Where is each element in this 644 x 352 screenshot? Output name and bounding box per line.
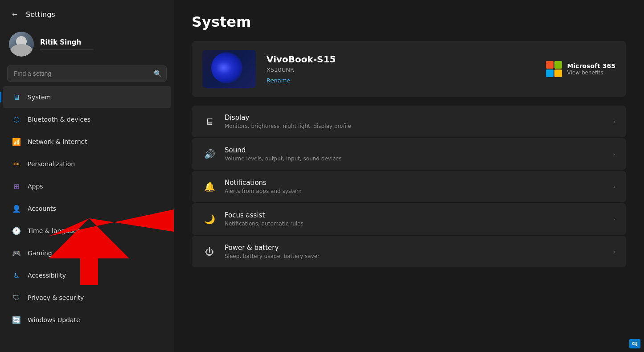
search-icon: 🔍 — [154, 70, 161, 77]
device-name: VivoBook-S15 — [267, 54, 546, 65]
sidebar-item-label-system: System — [28, 94, 51, 101]
time-icon: 🕐 — [12, 226, 21, 236]
sidebar-item-label-privacy: Privacy & security — [28, 294, 84, 301]
settings-title: Settings — [26, 10, 55, 19]
notifications-name: Notifications — [225, 179, 605, 187]
power-desc: Sleep, battery usage, battery saver — [225, 253, 605, 259]
power-text: Power & battery Sleep, battery usage, ba… — [225, 244, 605, 259]
device-rename-link[interactable]: Rename — [267, 77, 290, 84]
notifications-chevron: › — [613, 183, 615, 190]
ms365-section: Microsoft 365 View benefits — [546, 61, 615, 77]
sidebar-item-system[interactable]: 🖥 System — [3, 86, 171, 108]
user-info: Ritik Singh — [40, 38, 94, 50]
apps-icon: ⊞ — [12, 181, 21, 191]
sidebar-item-apps[interactable]: ⊞ Apps — [3, 175, 171, 197]
focus-assist-name: Focus assist — [225, 211, 605, 219]
sidebar-item-accessibility[interactable]: ♿ Accessibility — [3, 264, 171, 287]
ms365-text: Microsoft 365 View benefits — [567, 62, 615, 76]
sidebar-item-label-time: Time & language — [28, 227, 81, 234]
sidebar-item-label-gaming: Gaming — [28, 250, 52, 257]
sound-name: Sound — [225, 146, 605, 154]
sound-chevron: › — [613, 151, 615, 158]
back-button[interactable]: ← — [9, 8, 21, 21]
notifications-text: Notifications Alerts from apps and syste… — [225, 179, 605, 194]
sidebar-item-accounts[interactable]: 👤 Accounts — [3, 197, 171, 220]
sidebar-item-label-update: Windows Update — [28, 316, 80, 323]
search-box: 🔍 — [7, 65, 167, 82]
setting-item-power[interactable]: ⏻ Power & battery Sleep, battery usage, … — [192, 236, 626, 267]
display-name: Display — [225, 114, 605, 122]
network-icon: 📶 — [12, 137, 21, 147]
device-info: VivoBook-S15 X510UNR Rename — [267, 54, 546, 84]
sidebar-item-network[interactable]: 📶 Network & internet — [3, 131, 171, 153]
focus-assist-text: Focus assist Notifications, automatic ru… — [225, 211, 605, 227]
device-model: X510UNR — [267, 66, 546, 73]
sidebar-item-label-accessibility: Accessibility — [28, 272, 66, 279]
setting-item-display[interactable]: 🖥 Display Monitors, brightness, night li… — [192, 106, 626, 137]
ms365-logo-q3 — [546, 70, 554, 77]
search-input[interactable] — [7, 65, 167, 82]
sidebar-item-label-bluetooth: Bluetooth & devices — [28, 116, 90, 123]
power-icon: ⏻ — [202, 245, 217, 259]
ms365-logo — [546, 61, 562, 77]
notifications-desc: Alerts from apps and system — [225, 188, 605, 194]
update-icon: 🔄 — [12, 315, 21, 325]
ms365-view-benefits-link[interactable]: View benefits — [567, 70, 615, 76]
ms365-logo-q1 — [546, 61, 554, 69]
sidebar-item-label-apps: Apps — [28, 183, 43, 190]
sound-text: Sound Volume levels, output, input, soun… — [225, 146, 605, 162]
sound-icon: 🔊 — [202, 147, 217, 161]
sidebar-item-label-accounts: Accounts — [28, 205, 56, 212]
sidebar-item-personalization[interactable]: ✏ Personalization — [3, 153, 171, 175]
privacy-icon: 🛡 — [12, 293, 21, 303]
sidebar-item-label-network: Network & internet — [28, 138, 87, 145]
main-content: System VivoBook-S15 X510UNR Rename Micro… — [174, 0, 644, 352]
focus-assist-icon: 🌙 — [202, 212, 217, 226]
ms365-logo-q4 — [554, 70, 562, 77]
sidebar-item-gaming[interactable]: 🎮 Gaming — [3, 242, 171, 264]
sidebar-item-privacy[interactable]: 🛡 Privacy & security — [3, 287, 171, 309]
device-card: VivoBook-S15 X510UNR Rename Microsoft 36… — [192, 41, 626, 97]
sidebar: ← Settings Ritik Singh 🔍 🖥 System ⬡ Blue… — [0, 0, 174, 352]
power-chevron: › — [613, 248, 615, 255]
display-text: Display Monitors, brightness, night ligh… — [225, 114, 605, 129]
sidebar-header: ← Settings — [0, 0, 174, 27]
sound-desc: Volume levels, output, input, sound devi… — [225, 156, 605, 162]
focus-assist-chevron: › — [613, 216, 615, 223]
watermark: GJ — [629, 339, 640, 348]
setting-item-sound[interactable]: 🔊 Sound Volume levels, output, input, so… — [192, 138, 626, 170]
accounts-icon: 👤 — [12, 204, 21, 213]
setting-item-notifications[interactable]: 🔔 Notifications Alerts from apps and sys… — [192, 171, 626, 202]
sidebar-item-label-personalization: Personalization — [28, 160, 75, 168]
accessibility-icon: ♿ — [12, 270, 21, 280]
user-bar — [40, 49, 94, 50]
setting-item-focus-assist[interactable]: 🌙 Focus assist Notifications, automatic … — [192, 203, 626, 235]
personalization-icon: ✏ — [12, 159, 21, 169]
sidebar-item-time[interactable]: 🕐 Time & language — [3, 220, 171, 242]
bluetooth-icon: ⬡ — [12, 115, 21, 124]
user-profile: Ritik Singh — [0, 27, 174, 64]
avatar — [9, 32, 34, 57]
display-icon: 🖥 — [202, 115, 217, 129]
sidebar-item-bluetooth[interactable]: ⬡ Bluetooth & devices — [3, 108, 171, 131]
power-name: Power & battery — [225, 244, 605, 252]
ms365-name: Microsoft 365 — [567, 62, 615, 70]
gaming-icon: 🎮 — [12, 248, 21, 258]
device-thumbnail — [202, 50, 256, 88]
nav-menu: 🖥 System ⬡ Bluetooth & devices 📶 Network… — [0, 86, 174, 331]
notifications-icon: 🔔 — [202, 180, 217, 194]
display-desc: Monitors, brightness, night light, displ… — [225, 123, 605, 129]
sidebar-item-update[interactable]: 🔄 Windows Update — [3, 309, 171, 331]
settings-list: 🖥 Display Monitors, brightness, night li… — [192, 106, 626, 267]
page-title: System — [192, 13, 626, 30]
display-chevron: › — [613, 118, 615, 125]
focus-assist-desc: Notifications, automatic rules — [225, 221, 605, 227]
system-icon: 🖥 — [12, 92, 21, 102]
ms365-logo-q2 — [554, 61, 562, 69]
user-name: Ritik Singh — [40, 38, 94, 46]
